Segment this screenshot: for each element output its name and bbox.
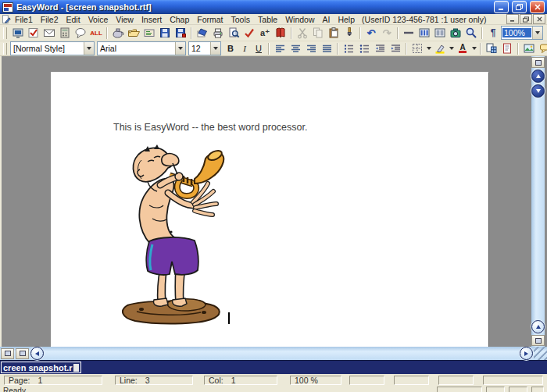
document-tab[interactable]: creen snapshot.r	[1, 362, 81, 373]
speech-bubble-icon[interactable]	[73, 26, 88, 40]
resize-grip[interactable]	[534, 347, 547, 360]
menu-ai[interactable]: AI	[319, 15, 334, 24]
doc-minimize-button[interactable]	[506, 14, 519, 24]
underline-button[interactable]: U	[252, 42, 266, 55]
toolbar-grip[interactable]	[3, 43, 7, 55]
menu-file1[interactable]: File1	[11, 15, 37, 24]
align-right-icon[interactable]	[303, 41, 319, 55]
trumpet-player-image[interactable]	[113, 144, 228, 326]
highlight-icon[interactable]	[432, 41, 448, 55]
align-justify-icon[interactable]	[319, 41, 334, 55]
menu-voice[interactable]: Voice	[84, 15, 113, 24]
paragraph-marks-icon[interactable]: ¶	[485, 26, 501, 40]
save-icon[interactable]	[157, 26, 173, 40]
borders-dropdown-arrow[interactable]	[425, 41, 432, 55]
font-dropdown-arrow[interactable]	[175, 42, 185, 55]
close-button[interactable]	[530, 1, 545, 13]
style-dropdown-arrow[interactable]	[84, 42, 94, 55]
format-painter-icon[interactable]	[341, 26, 357, 40]
mail-icon[interactable]	[41, 26, 57, 40]
insert-picture-icon[interactable]	[448, 26, 463, 40]
normal-view-button[interactable]	[1, 348, 14, 359]
font-increase-icon[interactable]: a⁺	[257, 26, 273, 40]
font-combobox[interactable]: Arial	[97, 41, 186, 55]
text-box-icon[interactable]	[499, 41, 515, 55]
menu-format[interactable]: Format	[193, 15, 227, 24]
redo-icon[interactable]: ↷	[379, 26, 395, 40]
borders-icon[interactable]	[409, 41, 425, 55]
menu-window[interactable]: Window	[281, 15, 318, 24]
copy-icon[interactable]	[310, 26, 326, 40]
menu-tools[interactable]: Tools	[227, 15, 255, 24]
style-combobox[interactable]: [Normal Style]	[10, 41, 95, 55]
print-icon[interactable]	[210, 26, 226, 40]
print-preview-icon[interactable]	[226, 26, 241, 40]
insert-cells-icon[interactable]	[484, 41, 499, 55]
bold-button[interactable]: B	[223, 42, 238, 55]
document-menu-icon[interactable]	[2, 15, 11, 24]
font-color-icon[interactable]: A	[455, 41, 470, 55]
font-size-dropdown-arrow[interactable]	[210, 42, 220, 55]
menu-help[interactable]: Help	[334, 15, 359, 24]
menu-table[interactable]: Table	[254, 15, 281, 24]
doc-restore-button[interactable]	[520, 14, 532, 24]
monitor-icon[interactable]	[10, 26, 26, 40]
task-check-icon[interactable]	[26, 26, 41, 40]
horizontal-scroll-track[interactable]	[45, 347, 519, 360]
decrease-indent-icon[interactable]	[372, 41, 388, 55]
scroll-left-button[interactable]	[30, 347, 44, 360]
eraser-icon[interactable]	[195, 26, 210, 40]
open-folder-icon[interactable]	[126, 26, 141, 40]
bullet-list-icon[interactable]	[356, 41, 372, 55]
picture-frame-icon[interactable]	[521, 41, 537, 55]
horizontal-line-icon[interactable]	[401, 26, 417, 40]
font-value[interactable]: Arial	[98, 44, 175, 53]
vertical-scrollbar[interactable]	[531, 56, 545, 347]
scroll-up-button[interactable]	[531, 69, 545, 83]
horizontal-scrollbar[interactable]	[0, 347, 547, 360]
vertical-scroll-track[interactable]	[531, 98, 545, 319]
highlight-dropdown-arrow[interactable]	[448, 41, 455, 55]
undo-icon[interactable]: ↶	[363, 26, 379, 40]
zoom-dropdown-arrow[interactable]	[532, 27, 542, 39]
previous-page-button[interactable]	[531, 320, 545, 333]
save-as-icon[interactable]	[173, 26, 188, 40]
split-handle-button[interactable]	[531, 57, 545, 68]
menu-edit[interactable]: Edit	[63, 15, 84, 24]
font-color-dropdown-arrow[interactable]	[470, 41, 477, 55]
paste-icon[interactable]	[326, 26, 341, 40]
address-book-icon[interactable]	[273, 26, 288, 40]
pitcher-icon[interactable]	[110, 26, 126, 40]
italic-button[interactable]: I	[238, 42, 252, 55]
document-text[interactable]: This is EasyWord -- the best word proces…	[113, 122, 307, 133]
callout-icon[interactable]	[537, 41, 547, 55]
toolbar-grip[interactable]	[3, 27, 7, 39]
numbered-list-icon[interactable]	[341, 41, 356, 55]
menu-chap[interactable]: Chap	[166, 15, 193, 24]
zoom-icon[interactable]	[463, 26, 479, 40]
font-size-value[interactable]: 12	[189, 44, 210, 53]
align-center-icon[interactable]	[288, 41, 303, 55]
two-columns-icon[interactable]	[432, 26, 448, 40]
increase-indent-icon[interactable]	[388, 41, 403, 55]
style-value[interactable]: [Normal Style]	[11, 44, 84, 53]
scroll-down-button[interactable]	[531, 84, 545, 98]
spellcheck-icon[interactable]	[241, 26, 257, 40]
cut-icon[interactable]	[295, 26, 310, 40]
columns-icon[interactable]	[417, 26, 432, 40]
scroll-right-button[interactable]	[520, 347, 533, 360]
zoom-value[interactable]: 100%	[502, 28, 531, 37]
calculator-icon[interactable]	[57, 26, 73, 40]
browse-object-button[interactable]	[531, 335, 545, 346]
minimize-button[interactable]	[494, 1, 509, 13]
note-card-icon[interactable]	[141, 26, 157, 40]
document-page[interactable]: This is EasyWord -- the best word proces…	[51, 72, 488, 347]
font-size-combobox[interactable]: 12	[188, 41, 221, 55]
page-view-button[interactable]	[16, 348, 29, 359]
menu-insert[interactable]: Insert	[138, 15, 166, 24]
zoom-combobox[interactable]: 100%	[501, 26, 543, 40]
align-left-icon[interactable]	[272, 41, 288, 55]
menu-file2[interactable]: File2	[37, 15, 63, 24]
restore-button[interactable]	[512, 1, 527, 13]
all-button[interactable]: ALL	[88, 26, 104, 40]
